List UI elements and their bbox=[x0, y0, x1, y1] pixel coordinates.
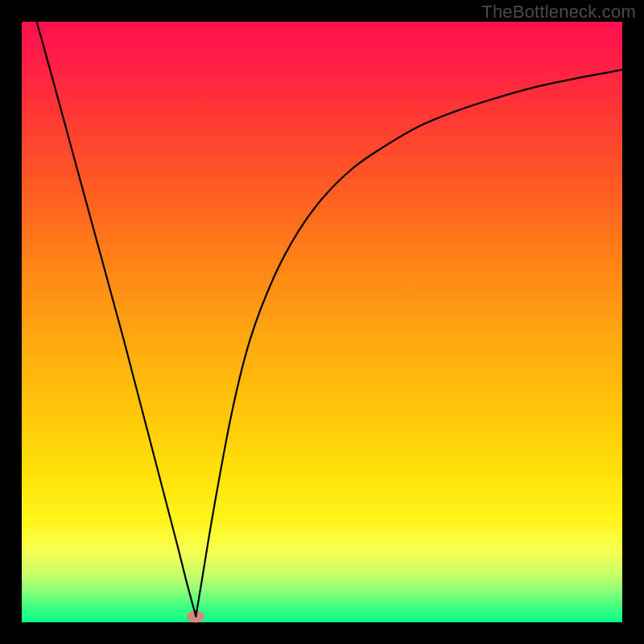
plot-area bbox=[22, 22, 622, 622]
watermark-text: TheBottleneck.com bbox=[481, 2, 636, 23]
chart-stage: TheBottleneck.com bbox=[0, 0, 644, 644]
plot-outer-frame bbox=[22, 22, 622, 622]
bottleneck-curve bbox=[22, 22, 622, 622]
